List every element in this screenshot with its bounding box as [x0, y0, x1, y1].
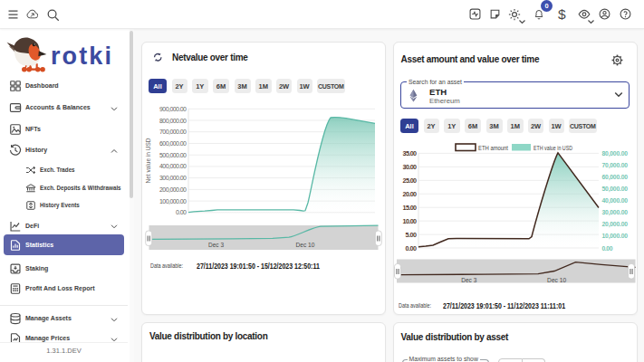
- svg-text:40,000.00: 40,000.00: [602, 197, 629, 205]
- svg-text:50,000.00: 50,000.00: [602, 186, 629, 193]
- svg-text:Dec 10: Dec 10: [296, 241, 315, 249]
- svg-text:500,000.00: 500,000.00: [159, 152, 187, 158]
- svg-text:15.00: 15.00: [403, 204, 418, 212]
- svg-text:100,000.00: 100,000.00: [159, 198, 187, 205]
- svg-text:ETH amount: ETH amount: [478, 144, 508, 152]
- svg-text:200,000.00: 200,000.00: [159, 186, 187, 193]
- svg-text:900,000.00: 900,000.00: [159, 106, 187, 112]
- svg-text:Dec 10: Dec 10: [547, 276, 566, 284]
- svg-text:80,000.00: 80,000.00: [602, 150, 629, 157]
- svg-text:30.00: 30.00: [403, 163, 418, 171]
- svg-text:0.00: 0.00: [602, 245, 613, 252]
- svg-text:35.00: 35.00: [403, 149, 418, 157]
- svg-text:0.00: 0.00: [176, 209, 187, 215]
- svg-text:Dec 3: Dec 3: [461, 276, 476, 284]
- svg-text:20,000.00: 20,000.00: [602, 221, 629, 228]
- svg-text:600,000.00: 600,000.00: [159, 140, 187, 147]
- svg-text:800,000.00: 800,000.00: [159, 118, 187, 124]
- svg-text:5.00: 5.00: [406, 231, 418, 239]
- svg-text:25.00: 25.00: [403, 176, 418, 185]
- svg-text:10,000.00: 10,000.00: [602, 233, 629, 240]
- svg-text:300,000.00: 300,000.00: [159, 175, 187, 181]
- svg-text:30,000.00: 30,000.00: [602, 209, 629, 216]
- svg-text:Net value in USD: Net value in USD: [145, 138, 151, 183]
- svg-text:70,000.00: 70,000.00: [602, 162, 629, 169]
- svg-text:ETH value in USD: ETH value in USD: [533, 144, 572, 152]
- svg-text:0.00: 0.00: [406, 244, 418, 252]
- svg-text:20.00: 20.00: [403, 190, 418, 198]
- svg-text:10.00: 10.00: [403, 217, 418, 225]
- svg-text:400,000.00: 400,000.00: [159, 163, 187, 169]
- svg-text:700,000.00: 700,000.00: [159, 129, 187, 135]
- svg-text:Dec 3: Dec 3: [208, 241, 224, 249]
- svg-text:60,000.00: 60,000.00: [602, 174, 629, 181]
